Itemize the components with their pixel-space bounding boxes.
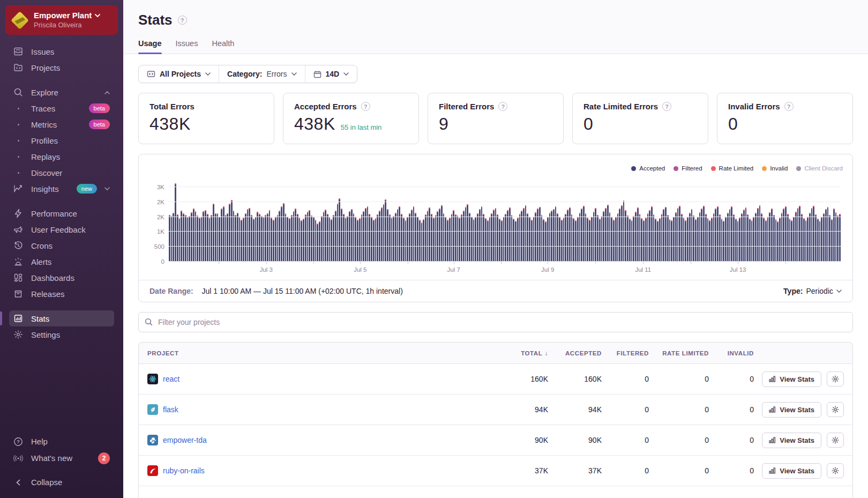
chevron-up-icon: [104, 91, 110, 94]
column-header-invalid[interactable]: Invalid: [709, 350, 754, 356]
legend-item-invalid[interactable]: Invalid: [762, 165, 788, 172]
sidebar-item-releases[interactable]: Releases: [9, 286, 114, 302]
svg-text:?: ?: [17, 439, 20, 444]
cell-accepted: 90K: [548, 436, 602, 444]
project-settings-button[interactable]: [827, 371, 844, 386]
category-filter-dropdown[interactable]: Category: Errors: [219, 65, 304, 83]
gear-icon: [832, 375, 839, 383]
table-row: ruby-on-rails 37K 37K 0 0 0 View Stats: [139, 456, 852, 486]
sidebar-item-label: Stats: [31, 314, 110, 323]
sidebar-item-issues[interactable]: Issues: [9, 43, 114, 60]
legend-dot-icon: [796, 166, 801, 171]
chevron-down-icon: [104, 187, 110, 191]
column-header-filtered[interactable]: Filtered: [602, 350, 649, 356]
projects-table: ProjectTotal↓AcceptedFilteredRate Limite…: [138, 342, 853, 498]
stat-card: Accepted Errors? 438K 55 in last min: [283, 93, 419, 144]
stat-card: Total Errors 438K: [138, 93, 274, 144]
cell-rate-limited: 0: [649, 436, 709, 444]
chart-plot: [169, 181, 841, 262]
search-input[interactable]: [138, 312, 853, 332]
cell-filtered: 0: [602, 436, 649, 444]
cell-filtered: 0: [602, 375, 649, 383]
rails-platform-icon: [147, 465, 158, 476]
sidebar-item-insights[interactable]: Insights new: [9, 181, 114, 197]
cell-invalid: 0: [709, 405, 754, 414]
project-link[interactable]: ruby-on-rails: [147, 465, 205, 476]
sidebar-item-traces[interactable]: Traces beta: [9, 100, 114, 116]
sidebar-collapse-button[interactable]: Collapse: [9, 474, 114, 490]
project-link[interactable]: react: [147, 374, 179, 384]
tab-health[interactable]: Health: [212, 39, 234, 54]
date-period-dropdown[interactable]: 14D: [305, 65, 357, 83]
sidebar-item-replays[interactable]: Replays: [9, 148, 114, 165]
sidebar-item-whats-new[interactable]: What's new 2: [9, 450, 114, 466]
sidebar-item-label: Explore: [31, 88, 97, 97]
tab-issues[interactable]: Issues: [176, 39, 198, 54]
view-stats-button[interactable]: View Stats: [762, 402, 821, 418]
sidebar-item-label: Traces: [31, 104, 81, 113]
table-row: flask 94K 94K 0 0 0 View Stats: [139, 395, 852, 425]
sidebar-item-projects[interactable]: Projects: [9, 60, 114, 76]
bullet-icon: [13, 108, 24, 109]
project-settings-button[interactable]: [827, 433, 844, 448]
search-icon: [13, 87, 24, 97]
whats-new-count-badge: 2: [98, 452, 110, 464]
view-stats-button[interactable]: View Stats: [762, 371, 821, 387]
sidebar-item-settings[interactable]: Settings: [9, 326, 114, 343]
sidebar-item-crons[interactable]: Crons: [9, 237, 114, 254]
legend-item-filtered[interactable]: Filtered: [674, 165, 702, 172]
table-row: empower-tda 90K 90K 0 0 0 View Stats: [139, 425, 852, 456]
column-header-accepted[interactable]: Accepted: [548, 350, 602, 356]
sidebar-item-label: Performance: [31, 209, 110, 218]
view-stats-button[interactable]: View Stats: [762, 433, 821, 448]
view-stats-button[interactable]: View Stats: [762, 463, 821, 479]
card-value: 0: [583, 114, 593, 134]
page-content: All Projects Category: Errors 14D Total …: [123, 54, 868, 498]
legend-dot-icon: [631, 166, 636, 171]
project-link[interactable]: flask: [147, 404, 178, 415]
bullet-icon: [13, 172, 24, 174]
column-header-total[interactable]: Total↓: [497, 350, 548, 357]
x-axis-labels: Jul 3Jul 5Jul 7Jul 9Jul 11Jul 13: [169, 262, 841, 277]
stats-icon: [13, 314, 24, 323]
cell-accepted: 37K: [548, 466, 602, 475]
sidebar-item-discover[interactable]: Discover: [9, 165, 114, 181]
cell-invalid: 0: [709, 375, 754, 383]
project-link[interactable]: empower-tda: [147, 435, 207, 445]
sidebar-item-stats[interactable]: Stats: [9, 310, 114, 326]
sidebar-item-dashboards[interactable]: Dashboards: [9, 270, 114, 286]
project-settings-button[interactable]: [827, 463, 844, 478]
cell-accepted: 94K: [548, 405, 602, 414]
sidebar-item-metrics[interactable]: Metrics beta: [9, 116, 114, 132]
org-switcher[interactable]: Empower Plant Priscila Oliveira: [5, 5, 118, 35]
card-title: Invalid Errors: [728, 102, 780, 111]
period-value: 14D: [326, 70, 340, 78]
card-help-icon[interactable]: ?: [662, 102, 671, 111]
sidebar-item-performance[interactable]: Performance: [9, 205, 114, 221]
sidebar-item-explore[interactable]: Explore: [9, 84, 114, 100]
column-header-rate-limited[interactable]: Rate Limited: [649, 350, 709, 356]
page-help-icon[interactable]: ?: [178, 16, 187, 25]
chevron-left-icon: [13, 479, 24, 486]
legend-item-accepted[interactable]: Accepted: [631, 165, 665, 172]
cell-rate-limited: 0: [649, 405, 709, 414]
card-help-icon[interactable]: ?: [361, 102, 370, 111]
sidebar-item-user-feedback[interactable]: User Feedback: [9, 221, 114, 237]
card-help-icon[interactable]: ?: [498, 102, 507, 111]
card-help-icon[interactable]: ?: [784, 102, 794, 111]
cell-rate-limited: 0: [649, 466, 709, 475]
sidebar-item-label: Releases: [31, 289, 110, 299]
cell-filtered: 0: [602, 405, 649, 414]
project-filter-dropdown[interactable]: All Projects: [139, 65, 219, 83]
date-range-value: Jul 1 10:00 AM — Jul 15 11:00 AM (+02:00…: [202, 287, 403, 295]
tab-usage[interactable]: Usage: [138, 39, 162, 54]
sidebar-item-alerts[interactable]: Alerts: [9, 254, 114, 270]
new-badge: new: [77, 184, 97, 194]
bar-chart-icon: [769, 376, 776, 382]
type-dropdown[interactable]: Type: Periodic: [783, 287, 842, 295]
project-settings-button[interactable]: [827, 402, 844, 417]
legend-item-client-discard[interactable]: Client Discard: [796, 165, 843, 172]
sidebar-item-profiles[interactable]: Profiles: [9, 132, 114, 148]
sidebar-item-help[interactable]: ? Help: [9, 433, 114, 450]
legend-item-rate-limited[interactable]: Rate Limited: [711, 165, 754, 172]
